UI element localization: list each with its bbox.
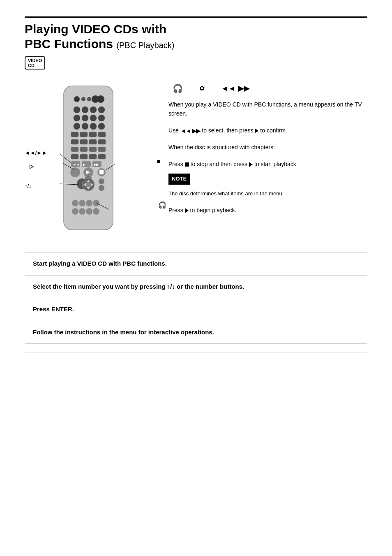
svg-point-6 [74,107,80,113]
svg-point-53 [99,178,104,184]
svg-rect-44 [99,170,104,174]
svg-point-48 [85,182,91,188]
play-icon-inline [255,128,258,133]
video-cd-badge: VIDEOCD [25,56,45,70]
title-subtitle: (PBC Playback) [116,41,174,50]
svg-point-57 [86,200,92,206]
svg-text:◄◄: ◄◄ [73,163,79,167]
svg-point-58 [93,200,99,206]
step-item-3: Press ENTER. [25,298,367,321]
skip-icons-top: ◄◄ ▶▶ [221,83,249,95]
svg-point-10 [74,115,80,121]
svg-point-17 [98,123,105,130]
play-icon-inline3 [185,208,189,213]
svg-point-3 [87,97,91,101]
svg-point-8 [90,107,97,113]
right-para5: Press to begin playback. [168,206,367,215]
right-section-5: Press to begin playback. [168,206,367,215]
svg-text:▶: ▶ [83,163,86,167]
left-column: ◄◄/►► ▷ ↑/↓ [25,78,156,240]
svg-point-9 [98,107,105,113]
title-line1: Playing VIDEO CDs with [25,22,166,36]
svg-rect-18 [71,132,78,137]
svg-text:▶▶: ▶▶ [94,163,99,167]
svg-point-60 [79,208,85,215]
step-4-text: Follow the instructions in the menu for … [33,328,359,337]
svg-rect-21 [98,132,106,137]
svg-point-13 [98,115,105,121]
svg-rect-30 [71,154,78,159]
svg-point-61 [86,208,92,215]
stop-icon-inline [185,162,189,167]
right-section-1: When you play a VIDEO CD with PBC functi… [168,100,367,118]
steps-section: Start playing a VIDEO CD with PBC functi… [25,252,367,344]
right-para1: When you play a VIDEO CD with PBC functi… [168,100,367,118]
svg-point-15 [82,123,88,130]
step-item-4: Follow the instructions in the menu for … [25,321,367,344]
svg-point-56 [79,200,85,206]
right-para2: Use ◄◄ ▶▶ to select, then press to confi… [168,126,367,135]
right-para4: Press to stop and then press to start pl… [168,160,367,169]
svg-rect-33 [98,154,106,159]
step-1-text: Start playing a VIDEO CD with PBC functi… [33,259,359,269]
note-box: NOTE [168,174,190,185]
right-section-3: When the disc is structured with chapter… [168,143,367,152]
step-item-1: Start playing a VIDEO CD with PBC functi… [25,253,367,276]
label-headphone-remote: 🎧 [158,201,166,209]
right-column: 🎧 ✿ ◄◄ ▶▶ When you play a VIDEO CD with … [168,78,367,240]
svg-rect-28 [89,147,97,152]
svg-point-14 [74,123,80,130]
label-updown: ↑/↓ [25,183,32,189]
right-section-2: Use ◄◄ ▶▶ to select, then press to confi… [168,126,367,135]
header-section: Playing VIDEO CDs with PBC Functions (PB… [25,16,367,70]
svg-point-54 [99,185,104,191]
svg-point-16 [90,123,97,130]
svg-rect-32 [89,154,97,159]
svg-point-40 [70,167,80,177]
svg-rect-24 [89,139,97,144]
right-para3: When the disc is structured with chapter… [168,143,367,152]
svg-rect-19 [80,132,88,137]
svg-rect-23 [80,139,88,144]
label-skip: ◄◄/►► [25,150,47,156]
main-content: ◄◄/►► ▷ ↑/↓ [25,78,367,240]
step-item-2: Select the item number you want by press… [25,276,367,299]
play-icon-inline2 [249,162,253,167]
skip-icon-inline: ◄◄ ▶▶ [180,127,201,134]
svg-point-1 [74,96,80,102]
svg-rect-22 [71,139,78,144]
step-3-text: Press ENTER. [33,305,359,314]
updown-icon: ↑/↓ [167,283,175,290]
note-text: The disc determines what items are in th… [168,190,367,198]
svg-point-12 [90,115,97,121]
svg-rect-27 [80,147,88,152]
svg-rect-25 [98,139,106,144]
remote-control-svg: ◄◄ ▶ ▶▶ [55,82,121,238]
svg-point-55 [72,200,78,206]
right-section-4: Press to stop and then press to start pl… [168,160,367,198]
svg-point-11 [82,115,88,121]
svg-rect-20 [89,132,97,137]
headphone-top-icon: 🎧 [173,82,183,95]
svg-point-7 [82,107,88,113]
svg-point-2 [81,97,85,101]
label-play-remote: ▷ [30,163,34,169]
svg-rect-31 [80,154,88,159]
page-title: Playing VIDEO CDs with PBC Functions (PB… [25,22,367,51]
svg-rect-29 [98,147,106,152]
bottom-divider [25,352,367,352]
title-line2: PBC Functions [25,37,113,51]
svg-rect-26 [71,147,78,152]
label-stop-remote: ■ [157,158,160,164]
svg-point-5 [97,95,104,103]
brightness-icon: ✿ [199,83,205,94]
svg-point-59 [72,208,78,215]
step-2-text: Select the item number you want by press… [33,282,359,292]
svg-point-62 [93,208,99,215]
